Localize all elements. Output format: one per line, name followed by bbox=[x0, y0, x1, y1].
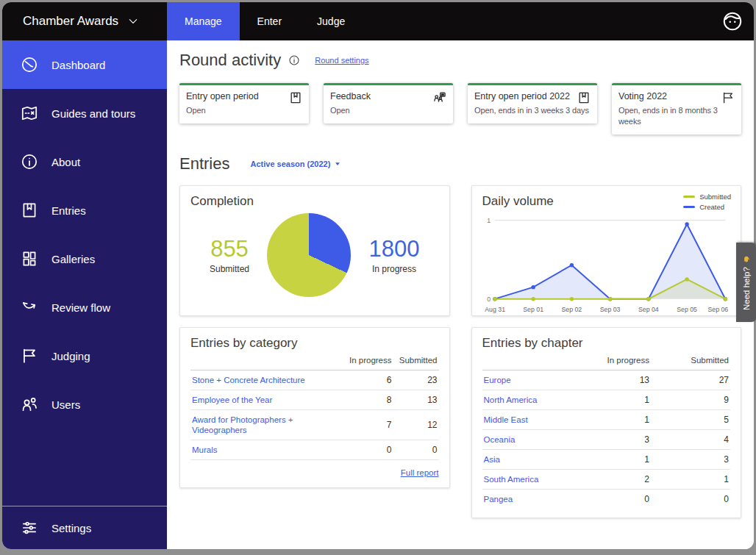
chevron-down-icon bbox=[127, 15, 139, 27]
entries-by-category-panel: Entries by category In progress Submitte… bbox=[179, 327, 450, 488]
in-progress-value: 1 bbox=[571, 449, 651, 469]
table-row: Middle East15 bbox=[482, 409, 731, 429]
table-row: Asia13 bbox=[482, 449, 731, 469]
table-cell-name: North America bbox=[482, 390, 572, 409]
table-cell-name: Murals bbox=[190, 440, 348, 459]
round-activity-card[interactable]: Entry open periodOpen bbox=[179, 83, 309, 123]
table-row: Stone + Concrete Architecture623 bbox=[190, 370, 439, 390]
info-circle-icon[interactable] bbox=[288, 54, 300, 66]
table-cell-name: Award for Photographers + Videographers bbox=[190, 409, 348, 440]
brand-selector[interactable]: Chamber Awards bbox=[2, 2, 167, 40]
top-tab-judge[interactable]: Judge bbox=[299, 2, 363, 40]
category-link[interactable]: Employee of the Year bbox=[192, 395, 272, 404]
column-header-in-progress: In progress bbox=[348, 352, 393, 370]
sidebar-item-about[interactable]: About bbox=[2, 137, 167, 186]
round-activity-card[interactable]: Voting 2022Open, ends in in 8 months 3 w… bbox=[612, 83, 741, 135]
table-row: Pangea00 bbox=[482, 489, 731, 509]
book-icon bbox=[288, 90, 303, 105]
round-settings-link[interactable]: Round settings bbox=[315, 56, 368, 65]
completion-title: Completion bbox=[190, 194, 439, 209]
chapter-link[interactable]: Pangea bbox=[484, 495, 513, 504]
card-status: Open, ends in in 8 months 3 weeks bbox=[618, 105, 735, 127]
chapter-link[interactable]: Europe bbox=[484, 376, 511, 384]
round-activity-card[interactable]: Entry open period 2022Open, ends in in 3… bbox=[468, 83, 597, 123]
in-progress-value: 2 bbox=[571, 469, 651, 489]
submitted-value: 0 bbox=[651, 489, 730, 509]
brand-label: Chamber Awards bbox=[23, 14, 118, 29]
sidebar-item-settings[interactable]: Settings bbox=[2, 506, 167, 549]
flag-icon bbox=[20, 346, 39, 365]
table-row: North America19 bbox=[482, 390, 731, 409]
column-header-in-progress: In progress bbox=[571, 352, 651, 370]
submitted-value: 1 bbox=[651, 469, 730, 489]
chapter-link[interactable]: South America bbox=[484, 475, 539, 484]
sidebar-item-judging[interactable]: Judging bbox=[2, 332, 167, 380]
season-selector[interactable]: Active season (2022) bbox=[250, 160, 341, 168]
sidebar-item-dashboard[interactable]: Dashboard bbox=[2, 40, 167, 89]
svg-text:0: 0 bbox=[487, 295, 491, 302]
chapter-link[interactable]: Oceania bbox=[484, 435, 516, 444]
table-cell-name: Middle East bbox=[482, 409, 572, 429]
gallery-icon bbox=[20, 249, 39, 268]
need-help-tab[interactable]: Need help? bbox=[736, 243, 756, 322]
top-tab-manage[interactable]: Manage bbox=[167, 2, 240, 40]
chapter-table: In progress Submitted Europe1327North Am… bbox=[482, 352, 731, 509]
submitted-value: 3 bbox=[651, 449, 730, 469]
entries-by-category-title: Entries by category bbox=[190, 336, 439, 351]
map-icon bbox=[20, 104, 39, 123]
dashboard-grid: Completion 855 Submitted 1800 In progres… bbox=[179, 185, 741, 518]
column-header-submitted: Submitted bbox=[393, 352, 439, 370]
card-title: Feedback bbox=[330, 91, 446, 101]
sidebar-item-entries[interactable]: Entries bbox=[2, 186, 167, 234]
card-status: Open bbox=[186, 105, 302, 116]
svg-text:Sep 03: Sep 03 bbox=[599, 306, 620, 313]
sidebar-item-guides-and-tours[interactable]: Guides and tours bbox=[2, 89, 167, 137]
chapter-link[interactable]: North America bbox=[484, 395, 538, 404]
waving-hand-icon bbox=[741, 254, 751, 264]
top-tab-enter[interactable]: Enter bbox=[240, 2, 299, 40]
dashboard-icon bbox=[20, 55, 39, 74]
caret-down-icon bbox=[334, 160, 341, 168]
completion-panel: Completion 855 Submitted 1800 In progres… bbox=[179, 185, 450, 316]
category-link[interactable]: Stone + Concrete Architecture bbox=[192, 376, 305, 384]
sidebar-item-galleries[interactable]: Galleries bbox=[2, 234, 167, 283]
body-row: DashboardGuides and toursAboutEntriesGal… bbox=[2, 40, 754, 549]
table-row: Europe1327 bbox=[482, 370, 731, 390]
season-selector-label: Active season (2022) bbox=[250, 160, 330, 168]
category-link[interactable]: Award for Photographers + Videographers bbox=[192, 415, 293, 434]
svg-text:Aug 31: Aug 31 bbox=[485, 306, 505, 313]
sidebar-item-users[interactable]: Users bbox=[2, 380, 167, 429]
entries-by-chapter-panel: Entries by chapter In progress Submitted… bbox=[471, 327, 742, 518]
settings-icon bbox=[20, 518, 39, 537]
sidebar-item-label: Review flow bbox=[51, 301, 110, 314]
feedback-icon bbox=[432, 90, 447, 105]
in-progress-value: 13 bbox=[571, 370, 651, 390]
sidebar-nav: DashboardGuides and toursAboutEntriesGal… bbox=[2, 40, 167, 429]
table-row: Employee of the Year813 bbox=[190, 390, 439, 409]
legend-item: Submitted bbox=[683, 193, 731, 201]
in-progress-value: 0 bbox=[571, 489, 651, 509]
in-progress-stat: 1800 In progress bbox=[369, 236, 420, 274]
sidebar-item-review-flow[interactable]: Review flow bbox=[2, 283, 167, 332]
user-avatar-button[interactable] bbox=[721, 2, 754, 40]
category-link[interactable]: Murals bbox=[192, 445, 218, 454]
chapter-link[interactable]: Asia bbox=[484, 455, 500, 464]
sidebar-item-label: Dashboard bbox=[51, 59, 105, 71]
round-activity-card[interactable]: FeedbackOpen bbox=[324, 83, 453, 123]
card-title: Voting 2022 bbox=[618, 91, 735, 101]
full-report-link[interactable]: Full report bbox=[401, 468, 439, 477]
table-cell-name: Pangea bbox=[482, 489, 572, 509]
in-progress-value: 7 bbox=[348, 409, 393, 440]
sidebar-item-label: Entries bbox=[51, 204, 86, 217]
legend-label: Created bbox=[699, 203, 724, 211]
main-window: Chamber Awards ManageEnterJudge Dashboar… bbox=[2, 2, 754, 549]
submitted-stat: 855 Submitted bbox=[210, 236, 249, 274]
app-window: Chamber Awards ManageEnterJudge Dashboar… bbox=[0, 0, 756, 555]
chapter-link[interactable]: Middle East bbox=[484, 415, 528, 424]
legend-label: Submitted bbox=[699, 193, 731, 201]
book-icon bbox=[577, 90, 591, 105]
svg-text:Sep 06: Sep 06 bbox=[707, 306, 728, 313]
card-title: Entry open period bbox=[186, 91, 302, 101]
entries-title: Entries bbox=[179, 154, 229, 173]
round-activity-cards: Entry open periodOpenFeedbackOpenEntry o… bbox=[179, 83, 741, 135]
